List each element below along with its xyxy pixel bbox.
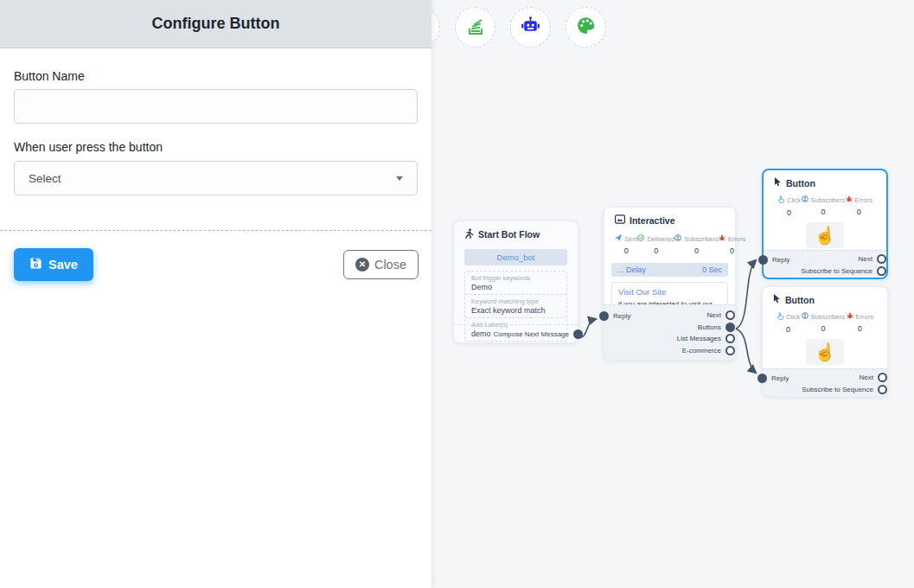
interactive-node[interactable]: Interactive Sent 0 — [604, 207, 736, 361]
palette-icon — [575, 15, 597, 40]
input-port-reply[interactable] — [757, 374, 767, 383]
panel-header: Configure Button — [0, 0, 431, 48]
button-name-label: Button Name — [14, 69, 85, 83]
check-circle-icon — [637, 234, 644, 243]
field-matching-type: Keyword matching type Exact keyword matc… — [465, 294, 566, 317]
configure-button-panel: Configure Button Button Name When user p… — [0, 0, 431, 588]
bug-icon — [847, 312, 853, 321]
press-button-label: When user press the button — [14, 140, 163, 154]
hand-click-icon — [777, 312, 783, 322]
output-list-messages: List Messages — [604, 333, 730, 345]
layers-icon — [465, 16, 486, 40]
output-port-next[interactable] — [877, 254, 886, 264]
button-node-2[interactable]: Button Click 0 — [762, 286, 888, 397]
delay-setting[interactable]: ... Delay 0 Sec — [611, 263, 728, 277]
stat-errors: Errors 0 — [846, 195, 872, 217]
close-button[interactable]: ✕ Close — [343, 250, 419, 279]
edge-buttons-to-button2 — [736, 329, 756, 373]
output-subscribe-sequence: Subscribe to Sequence — [763, 384, 882, 396]
start-bot-flow-node[interactable]: Start Bot Flow Demo_bot Bot trigger keyw… — [453, 220, 578, 343]
close-icon: ✕ — [355, 258, 369, 272]
close-label: Close — [374, 258, 406, 272]
panel-title: Configure Button — [152, 15, 280, 33]
output-port-buttons[interactable] — [725, 323, 735, 332]
person-circle-icon — [802, 195, 809, 204]
toolbar-bot-button[interactable] — [510, 7, 551, 48]
hand-pointer-icon: ☝ — [815, 226, 836, 245]
interactive-stats: Sent 0 Delivered 0 — [604, 226, 735, 255]
press-button-select[interactable]: Select — [14, 161, 418, 195]
app-window: Start Bot Flow Demo_bot Bot trigger keyw… — [0, 0, 914, 588]
output-port-ecommerce[interactable] — [725, 346, 735, 355]
person-circle-icon — [802, 312, 809, 321]
paper-plane-icon — [615, 234, 622, 243]
toolbar-theme-button[interactable] — [566, 7, 606, 48]
output-buttons: Buttons — [604, 322, 730, 334]
cursor-arrow-icon — [774, 177, 782, 189]
button-node-1[interactable]: Button Click 0 — [762, 169, 888, 279]
input-reply: Reply — [604, 311, 630, 321]
output-port-next[interactable] — [725, 310, 735, 320]
output-port-next[interactable] — [878, 373, 887, 382]
button-name-input[interactable] — [14, 89, 418, 124]
input-port-reply[interactable] — [758, 255, 768, 265]
stat-subscribers: Subscribers 0 — [802, 312, 846, 334]
toolbar-layers-button[interactable] — [455, 7, 495, 48]
bot-name-badge[interactable]: Demo_bot — [464, 249, 567, 265]
node-title: Button — [786, 178, 815, 189]
stat-click: Click 0 — [777, 195, 801, 217]
stat-errors: Errors 0 — [847, 312, 873, 334]
cursor-arrow-icon — [773, 294, 781, 305]
node-title: Button — [785, 295, 815, 305]
stat-subscribers: Subscribers 0 — [674, 234, 719, 255]
stat-errors: Errors 0 — [719, 234, 745, 255]
edge-buttons-to-button1 — [736, 260, 756, 329]
stat-click: Click 0 — [777, 312, 800, 334]
button-stats: Click 0 Subscribers 0 — [763, 305, 887, 334]
output-port-subscribe-sequence[interactable] — [877, 266, 886, 276]
node-title: Interactive — [630, 215, 675, 226]
save-icon — [29, 257, 42, 272]
running-person-icon — [464, 228, 474, 240]
hand-pointer-icon: ☝ — [815, 342, 836, 361]
button-preview: ☝ — [806, 339, 845, 365]
chevron-down-icon — [396, 176, 403, 181]
bug-icon — [719, 234, 725, 243]
robot-icon — [520, 15, 541, 40]
output-subscribe-sequence: Subscribe to Sequence — [764, 265, 881, 278]
output-port-compose-next-message[interactable] — [573, 329, 583, 339]
output-port-subscribe-sequence[interactable] — [878, 385, 887, 394]
select-value: Select — [29, 172, 61, 185]
save-label: Save — [48, 258, 78, 272]
node-title: Start Bot Flow — [478, 229, 540, 240]
stat-delivered: Delivered 0 — [637, 234, 674, 255]
output-label: Compose Next Message — [493, 330, 569, 338]
input-reply: Reply — [764, 255, 789, 265]
output-ecommerce: E-commerce — [604, 345, 730, 357]
input-reply: Reply — [763, 374, 789, 383]
bug-icon — [846, 195, 853, 204]
field-trigger-keywords: Bot trigger keywords Demo — [465, 272, 566, 294]
output-port-list-messages[interactable] — [725, 334, 735, 343]
person-circle-icon — [674, 234, 681, 243]
save-button[interactable]: Save — [14, 248, 93, 281]
button-stats: Click 0 Subscribers 0 — [764, 189, 886, 217]
input-port-reply[interactable] — [599, 311, 609, 321]
stat-sent: Sent 0 — [615, 234, 637, 255]
hand-click-icon — [777, 195, 784, 205]
panel-divider — [0, 230, 431, 231]
button-preview: ☝ — [806, 222, 845, 248]
stat-subscribers: Subscribers 0 — [802, 195, 846, 217]
card-image-icon — [615, 214, 625, 226]
